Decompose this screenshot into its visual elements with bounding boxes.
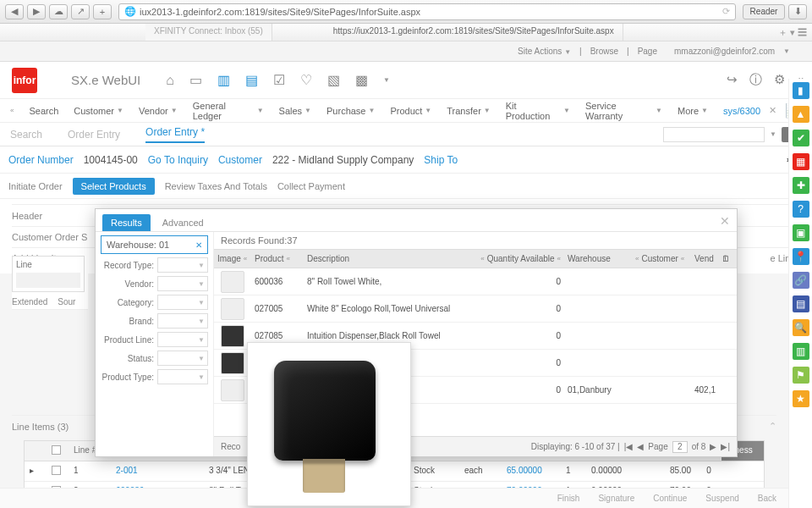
product-link[interactable]: 2-001 xyxy=(116,466,138,475)
rail-item-6[interactable]: ▣ xyxy=(793,224,809,241)
menu-gl[interactable]: General Ledger▼ xyxy=(193,101,264,121)
rail-item-5[interactable]: ? xyxy=(793,201,809,218)
quick-search-input[interactable] xyxy=(663,127,765,142)
step-select[interactable]: Select Products xyxy=(73,178,155,195)
filter-select-6[interactable]: ▼ xyxy=(157,369,208,384)
rail-item-13[interactable]: ★ xyxy=(793,390,809,407)
sp-user[interactable]: mmazzoni@gdeinfor2.com xyxy=(674,47,775,56)
clear-warehouse-icon[interactable]: ✕ xyxy=(195,240,202,250)
browser-tab-2[interactable]: https://iux2013-1.gdeinfor2.com:1819/sit… xyxy=(325,24,623,41)
back-button-footer[interactable]: Back xyxy=(758,494,776,503)
reader-button[interactable]: Reader xyxy=(743,4,785,19)
inbox-icon[interactable]: ▭ xyxy=(189,72,202,88)
filter-0: Record Type: ▼ xyxy=(101,257,208,273)
step-initiate[interactable]: Initiate Order xyxy=(8,181,63,191)
rail-item-9[interactable]: ▤ xyxy=(793,295,809,312)
result-row-1[interactable]: 027005 White 8" Ecologo Roll,Towel Unive… xyxy=(214,295,737,323)
tab-sourcing[interactable]: Sour xyxy=(58,297,75,306)
rail-item-11[interactable]: ▥ xyxy=(793,343,809,360)
secnav-orderentry-active[interactable]: Order Entry * xyxy=(145,126,205,143)
share-icon[interactable]: ↗ xyxy=(71,4,90,19)
pager-next[interactable]: ▶ xyxy=(710,442,716,451)
forward-button[interactable]: ▶ xyxy=(27,4,46,19)
filter-select-3[interactable]: ▼ xyxy=(157,313,208,329)
filter-select-2[interactable]: ▼ xyxy=(157,295,208,310)
menu-more[interactable]: More▼ xyxy=(678,106,708,116)
sys-close-icon[interactable]: ✕ xyxy=(769,105,776,116)
new-tab-button[interactable]: ＋ ▾ ☰ xyxy=(773,24,812,41)
filter-select-5[interactable]: ▼ xyxy=(157,351,208,366)
heart-icon[interactable]: ♡ xyxy=(300,72,312,88)
result-row-0[interactable]: 600036 8" Roll Towel White, 0 xyxy=(214,268,737,295)
customer-link[interactable]: Customer xyxy=(218,154,262,166)
check-icon[interactable]: ☑ xyxy=(273,72,285,88)
activity-icon[interactable]: ▤ xyxy=(245,72,258,88)
menu-kit[interactable]: Kit Production▼ xyxy=(506,101,570,121)
module-icon[interactable]: ▥ xyxy=(217,72,230,88)
menu-search[interactable]: Search xyxy=(29,106,58,116)
menu-collapse-icon[interactable]: « xyxy=(10,107,14,114)
shipto-link[interactable]: Ship To xyxy=(424,154,458,166)
gear-icon[interactable]: ⚙ xyxy=(774,72,785,88)
cloud-icon[interactable]: ☁ xyxy=(49,4,68,19)
rail-item-7[interactable]: 📍 xyxy=(793,248,809,265)
reload-icon[interactable]: ⟳ xyxy=(722,6,730,17)
menu-purchase[interactable]: Purchase▼ xyxy=(326,106,375,116)
rail-item-0[interactable]: ▮ xyxy=(793,82,809,99)
pager-last[interactable]: ▶| xyxy=(721,442,730,451)
site-actions[interactable]: Site Actions ▼ xyxy=(518,47,571,56)
rail-item-4[interactable]: ✚ xyxy=(793,177,809,194)
filter-panel: Warehouse: 01 ✕ Record Type: ▼ Vendor: ▼… xyxy=(96,232,214,456)
warehouse-filter[interactable]: Warehouse: 01 ✕ xyxy=(101,235,208,254)
tab-results[interactable]: Results xyxy=(102,214,151,231)
home-icon[interactable]: ⌂ xyxy=(166,73,174,88)
close-icon[interactable]: ✕ xyxy=(720,214,730,228)
menu-product[interactable]: Product▼ xyxy=(390,106,431,116)
rail-item-10[interactable]: 🔍 xyxy=(793,319,809,336)
filter-select-1[interactable]: ▼ xyxy=(157,276,208,291)
filter-select-0[interactable]: ▼ xyxy=(157,257,208,273)
quick-search-caret[interactable]: ▼ xyxy=(770,130,776,138)
menu-warranty[interactable]: Service Warranty▼ xyxy=(585,101,662,121)
rail-item-1[interactable]: ▲ xyxy=(793,106,809,123)
row-checkbox[interactable] xyxy=(52,466,61,475)
goto-inquiry-link[interactable]: Go To Inquiry xyxy=(148,154,208,166)
tab-extended[interactable]: Extended xyxy=(12,297,47,306)
page-input[interactable]: 2 xyxy=(672,441,688,453)
menu-vendor[interactable]: Vendor▼ xyxy=(139,106,178,116)
info-icon[interactable]: ⓘ xyxy=(749,72,762,88)
rail-item-12[interactable]: ⚑ xyxy=(793,367,809,384)
secnav-search[interactable]: Search xyxy=(10,129,42,141)
pager-first[interactable]: |◀ xyxy=(624,442,634,451)
more-icon[interactable]: ▼ xyxy=(383,76,390,84)
rail-item-8[interactable]: 🔗 xyxy=(793,272,809,289)
product-thumb xyxy=(221,325,244,347)
ship-icon[interactable]: ▩ xyxy=(355,72,368,88)
sp-page[interactable]: Page xyxy=(638,47,657,56)
sp-browse[interactable]: Browse xyxy=(590,47,618,56)
url-bar[interactable]: 🌐 iux2013-1.gdeinfor2.com:1819/sites/Sit… xyxy=(118,3,736,20)
sys-link[interactable]: sys/6300 xyxy=(723,106,760,116)
rail-item-3[interactable]: ▦ xyxy=(793,153,809,170)
step-collect[interactable]: Collect Payment xyxy=(277,181,345,191)
report-icon[interactable]: ▧ xyxy=(327,72,340,88)
secnav-orderentry[interactable]: Order Entry xyxy=(68,129,120,141)
select-all-checkbox[interactable] xyxy=(52,445,61,455)
downloads-icon[interactable]: ⬇ xyxy=(788,4,807,19)
menu-sales[interactable]: Sales▼ xyxy=(279,106,311,116)
tab-advanced[interactable]: Advanced xyxy=(154,214,212,231)
menu-customer[interactable]: Customer▼ xyxy=(74,106,123,116)
add-button[interactable]: + xyxy=(93,4,112,19)
pager-prev[interactable]: ◀ xyxy=(637,442,644,451)
menu-transfer[interactable]: Transfer▼ xyxy=(447,106,490,116)
step-review[interactable]: Review Taxes And Totals xyxy=(165,181,267,191)
rail-item-2[interactable]: ✔ xyxy=(793,130,809,146)
share-link-icon[interactable]: ↪ xyxy=(727,72,738,88)
back-button[interactable]: ◀ xyxy=(5,4,24,19)
suspend-button[interactable]: Suspend xyxy=(705,494,738,503)
finish-button[interactable]: Finish xyxy=(557,494,580,503)
filter-select-4[interactable]: ▼ xyxy=(157,332,208,347)
continue-button[interactable]: Continue xyxy=(653,494,687,503)
signature-button[interactable]: Signature xyxy=(598,494,634,503)
browser-tab-1[interactable]: XFINITY Connect: Inbox (55) xyxy=(145,24,272,41)
